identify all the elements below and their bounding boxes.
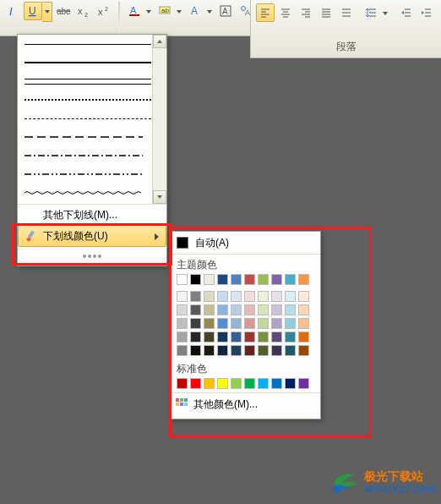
highlight-button[interactable]: ab (155, 2, 184, 22)
color-swatch[interactable] (190, 331, 201, 342)
color-swatch[interactable] (285, 274, 296, 285)
align-justify-button[interactable] (317, 3, 335, 22)
subscript-button[interactable]: x2 (74, 2, 93, 20)
color-swatch[interactable] (177, 345, 188, 356)
underline-style-dot-dash[interactable] (24, 146, 151, 165)
align-right-button[interactable] (297, 3, 315, 22)
auto-color-item[interactable]: 自动(A) (170, 232, 320, 255)
color-swatch[interactable] (190, 274, 201, 285)
color-swatch[interactable] (244, 291, 255, 302)
color-swatch[interactable] (258, 274, 269, 285)
underline-style-long-dash[interactable] (24, 128, 151, 146)
color-swatch[interactable] (271, 291, 282, 302)
color-swatch[interactable] (285, 378, 296, 389)
underline-style-dashed[interactable] (24, 109, 151, 128)
color-swatch[interactable] (285, 345, 296, 356)
color-swatch[interactable] (177, 331, 188, 342)
underline-button[interactable]: U (24, 2, 42, 20)
align-distribute-button[interactable] (337, 3, 356, 22)
underline-style-thin[interactable] (24, 35, 151, 53)
scroll-track[interactable] (153, 48, 166, 190)
other-underlines-item[interactable]: 其他下划线(M)... (18, 204, 166, 225)
decrease-indent-button[interactable] (397, 3, 416, 22)
color-swatch[interactable] (190, 304, 201, 315)
color-swatch[interactable] (204, 304, 215, 315)
color-swatch[interactable] (271, 345, 282, 356)
color-swatch[interactable] (231, 291, 242, 302)
color-swatch[interactable] (271, 318, 282, 329)
color-swatch[interactable] (217, 331, 228, 342)
color-swatch[interactable] (190, 345, 201, 356)
color-swatch[interactable] (258, 291, 269, 302)
color-swatch[interactable] (231, 318, 242, 329)
color-swatch[interactable] (231, 331, 242, 342)
color-swatch[interactable] (258, 331, 269, 342)
scrollbar[interactable] (152, 35, 166, 204)
underline-split-button[interactable]: U (24, 2, 52, 22)
color-swatch[interactable] (271, 331, 282, 342)
underline-color-item[interactable]: 下划线颜色(U) (18, 225, 166, 247)
color-swatch[interactable] (271, 378, 282, 389)
color-swatch[interactable] (244, 274, 255, 285)
color-swatch[interactable] (204, 378, 215, 389)
color-swatch[interactable] (285, 304, 296, 315)
font-color-button[interactable]: A (125, 2, 154, 22)
more-colors-item[interactable]: 其他颜色(M)... (170, 392, 320, 415)
color-swatch[interactable] (298, 291, 309, 302)
underline-style-wave[interactable] (24, 184, 151, 202)
color-swatch[interactable] (258, 304, 269, 315)
strikethrough-button[interactable]: abe (54, 2, 73, 20)
color-swatch[interactable] (177, 304, 188, 315)
color-swatch[interactable] (231, 378, 242, 389)
color-swatch[interactable] (298, 318, 309, 329)
color-swatch[interactable] (285, 331, 296, 342)
color-swatch[interactable] (271, 274, 282, 285)
color-swatch[interactable] (204, 291, 215, 302)
color-swatch[interactable] (244, 331, 255, 342)
color-swatch[interactable] (217, 291, 228, 302)
color-swatch[interactable] (298, 331, 309, 342)
color-swatch[interactable] (190, 318, 201, 329)
color-swatch[interactable] (217, 378, 228, 389)
underline-style-thick[interactable] (24, 53, 151, 72)
underline-style-double[interactable] (24, 72, 151, 90)
color-swatch[interactable] (217, 274, 228, 285)
scroll-down-button[interactable] (153, 190, 166, 204)
char-border-button[interactable]: A (216, 2, 235, 20)
color-swatch[interactable] (285, 291, 296, 302)
color-swatch[interactable] (177, 318, 188, 329)
underline-style-dot-dot-dash[interactable] (24, 165, 151, 184)
color-swatch[interactable] (258, 378, 269, 389)
underline-dropdown[interactable] (42, 2, 52, 22)
color-swatch[interactable] (258, 318, 269, 329)
char-shading-button[interactable]: A (186, 2, 215, 22)
align-left-button[interactable] (256, 3, 275, 22)
color-swatch[interactable] (177, 378, 188, 389)
color-swatch[interactable] (298, 304, 309, 315)
color-swatch[interactable] (217, 304, 228, 315)
color-swatch[interactable] (217, 345, 228, 356)
color-swatch[interactable] (298, 378, 309, 389)
color-swatch[interactable] (190, 291, 201, 302)
align-center-button[interactable] (276, 3, 295, 22)
color-swatch[interactable] (204, 331, 215, 342)
color-swatch[interactable] (258, 345, 269, 356)
line-spacing-button[interactable] (362, 3, 391, 24)
color-swatch[interactable] (190, 378, 201, 389)
superscript-button[interactable]: x2 (95, 2, 113, 20)
color-swatch[interactable] (271, 304, 282, 315)
color-swatch[interactable] (244, 345, 255, 356)
color-swatch[interactable] (204, 274, 215, 285)
color-swatch[interactable] (204, 345, 215, 356)
color-swatch[interactable] (231, 304, 242, 315)
color-swatch[interactable] (231, 345, 242, 356)
color-swatch[interactable] (217, 318, 228, 329)
increase-indent-button[interactable] (417, 3, 436, 22)
color-swatch[interactable] (204, 318, 215, 329)
color-swatch[interactable] (244, 304, 255, 315)
color-swatch[interactable] (177, 274, 188, 285)
underline-style-dotted[interactable] (24, 90, 151, 109)
color-swatch[interactable] (231, 274, 242, 285)
color-swatch[interactable] (298, 345, 309, 356)
color-swatch[interactable] (244, 378, 255, 389)
